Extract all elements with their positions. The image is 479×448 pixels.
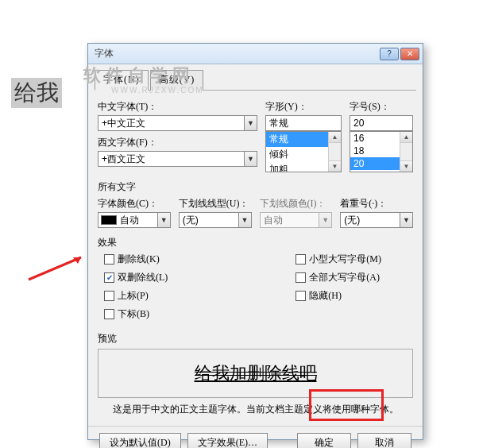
font-color-label: 字体颜色(C)：: [98, 197, 171, 210]
all-text-label: 所有文字: [98, 180, 413, 194]
scrollbar[interactable]: ▲▼: [328, 132, 341, 172]
background-selected-text: 给我: [11, 78, 62, 108]
preview-box: 给我加删除线吧: [98, 349, 413, 398]
divider: [88, 426, 423, 427]
checkbox-label: 全部大写字母(A): [309, 271, 380, 284]
close-button[interactable]: [400, 48, 419, 60]
dropdown-arrow-icon[interactable]: ▼: [238, 213, 251, 227]
dropdown-arrow-icon[interactable]: ▼: [244, 152, 257, 166]
checkbox-label: 隐藏(H): [309, 289, 342, 303]
west-font-label: 西文字体(F)：: [98, 136, 257, 149]
size-input[interactable]: 20: [350, 115, 413, 131]
cancel-button[interactable]: 取消: [357, 433, 411, 448]
dropdown-arrow-icon[interactable]: ▼: [400, 213, 412, 227]
font-color-value: 自动: [117, 214, 157, 227]
emphasis-combo[interactable]: (无) ▼: [340, 212, 413, 228]
checkbox-label: 删除线(K): [118, 253, 160, 266]
size-listbox[interactable]: 16 18 20 ▲▼: [350, 131, 413, 172]
cn-font-combo[interactable]: +中文正文 ▼: [98, 115, 257, 131]
checkbox-subscript[interactable]: 下标(B): [104, 307, 168, 321]
set-default-button[interactable]: 设为默认值(D): [99, 433, 181, 448]
checkbox-label: 下标(B): [118, 307, 149, 321]
emphasis-value: (无): [341, 214, 400, 227]
dropdown-arrow-icon[interactable]: ▼: [244, 116, 257, 130]
cn-font-label: 中文字体(T)：: [98, 100, 257, 114]
tab-advanced[interactable]: 高级(V): [150, 70, 204, 91]
style-listbox[interactable]: 常规 倾斜 加粗 ▲▼: [265, 131, 342, 172]
scrollbar[interactable]: ▲▼: [400, 132, 412, 172]
checkbox-all-caps[interactable]: 全部大写字母(A): [296, 271, 381, 284]
underline-color-value: 自动: [261, 214, 319, 227]
west-font-value: +西文正文: [99, 153, 244, 166]
dropdown-arrow-icon[interactable]: ▼: [157, 213, 170, 227]
underline-style-value: (无): [180, 214, 238, 227]
underline-style-label: 下划线线型(U)：: [179, 197, 252, 210]
annotation-arrow: [25, 251, 89, 283]
preview-text: 给我加删除线吧: [195, 361, 317, 385]
checkbox-strikethrough[interactable]: 删除线(K): [104, 253, 168, 266]
size-label: 字号(S)：: [350, 100, 413, 114]
help-button[interactable]: [380, 48, 399, 60]
ok-button[interactable]: 确定: [297, 433, 351, 448]
underline-style-combo[interactable]: (无) ▼: [179, 212, 252, 228]
font-color-combo[interactable]: 自动 ▼: [98, 212, 171, 228]
checkbox-superscript[interactable]: 上标(P): [104, 289, 168, 303]
checkbox-label: 小型大写字母(M): [309, 253, 381, 266]
svg-line-0: [29, 257, 81, 280]
dialog-title: 字体: [95, 47, 114, 60]
color-swatch: [101, 215, 117, 225]
cn-font-value: +中文正文: [99, 117, 244, 130]
font-dialog: 字体 字体(N) 高级(V) 中文字体(T)： +中文正文 ▼ 西文字体(F)：…: [87, 43, 423, 440]
style-label: 字形(Y)：: [265, 100, 342, 114]
checkbox-label: 上标(P): [118, 289, 149, 303]
west-font-combo[interactable]: +西文正文 ▼: [98, 151, 257, 167]
checkbox-label: 双删除线(L): [118, 271, 168, 284]
underline-color-label: 下划线颜色(I)：: [260, 197, 333, 210]
preview-label: 预览: [98, 332, 413, 346]
checkbox-double-strikethrough[interactable]: 双删除线(L): [104, 271, 168, 284]
checkbox-small-caps[interactable]: 小型大写字母(M): [296, 253, 381, 266]
dropdown-arrow-icon: ▼: [319, 213, 331, 227]
preview-note: 这是用于中文的正文主题字体。当前文档主题定义将使用哪种字体。: [98, 403, 413, 416]
emphasis-label: 着重号(·)：: [340, 197, 413, 210]
tab-font[interactable]: 字体(N): [95, 70, 149, 91]
effects-label: 效果: [98, 236, 413, 249]
style-input[interactable]: 常规: [265, 115, 342, 131]
titlebar[interactable]: 字体: [88, 44, 423, 64]
text-effects-button[interactable]: 文字效果(E)…: [187, 433, 268, 448]
checkbox-hidden[interactable]: 隐藏(H): [296, 289, 381, 303]
underline-color-combo: 自动 ▼: [260, 212, 333, 228]
